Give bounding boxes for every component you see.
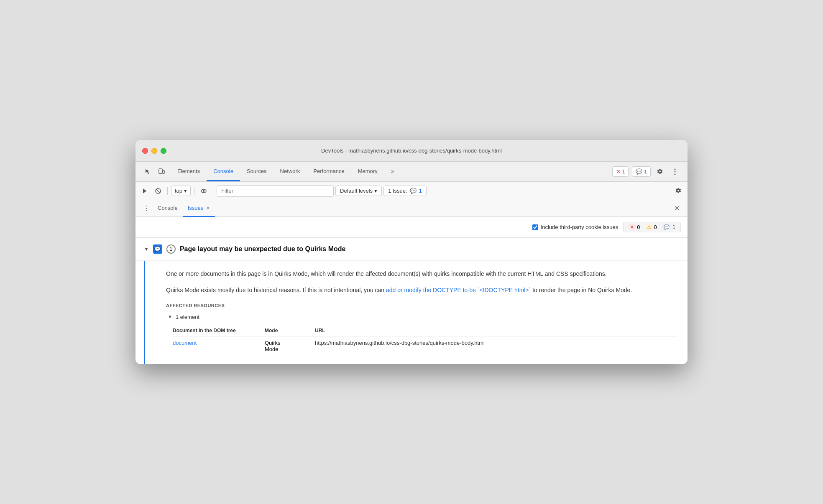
dropdown-arrow-icon: ▾ xyxy=(184,188,187,194)
clear-console-button[interactable] xyxy=(152,185,164,197)
third-party-checkbox[interactable] xyxy=(532,224,538,230)
element-count-row: ▼ 1 element xyxy=(166,312,677,323)
close-button[interactable] xyxy=(142,148,148,154)
warning-count-item: ⚠ 0 xyxy=(644,224,659,230)
panel-tab-issues[interactable]: Issues ✕ xyxy=(183,200,215,217)
info-count-value: 1 xyxy=(672,224,675,230)
svg-point-3 xyxy=(675,171,676,172)
warning-badge-icon: ⚠ xyxy=(645,224,653,230)
table-col3-value: https://mathiasbynens.github.io/css-dbg-… xyxy=(315,340,677,346)
issues-counts: ✕ 0 ⚠ 0 💬 1 xyxy=(623,222,681,232)
toolbar-separator-1 xyxy=(167,187,168,195)
issue-icon: 💬 xyxy=(410,188,417,194)
levels-dropdown[interactable]: Default levels ▾ xyxy=(335,186,382,196)
levels-arrow-icon: ▾ xyxy=(374,188,377,194)
filter-input[interactable] xyxy=(217,185,334,197)
panel-header-right: ✕ xyxy=(671,203,682,214)
error-count-item: ✕ 0 xyxy=(627,224,642,230)
warning-count-value: 0 xyxy=(654,224,657,230)
panel-tab-console[interactable]: Console xyxy=(153,200,183,217)
table-col1-header: Document in the DOM tree xyxy=(173,328,265,333)
panel-close-button[interactable]: ✕ xyxy=(671,203,682,214)
table-row: document QuirksMode Mode https://mathias… xyxy=(173,336,677,356)
window-title: DevTools - mathiasbynens.github.io/css-d… xyxy=(321,148,502,154)
svg-rect-0 xyxy=(159,169,162,173)
devtools-window: DevTools - mathiasbynens.github.io/css-d… xyxy=(135,140,688,364)
resources-table-header: Document in the DOM tree Mode URL xyxy=(173,325,677,336)
message-badge-button[interactable]: 💬 1 xyxy=(632,166,651,177)
error-count-value: 0 xyxy=(637,224,640,230)
context-selector[interactable]: top ▾ xyxy=(171,186,191,196)
table-col2-value: QuirksMode Mode xyxy=(265,340,315,352)
error-badge-button[interactable]: ✕ 1 xyxy=(612,166,629,177)
console-settings-icon[interactable] xyxy=(672,185,684,197)
execute-button[interactable] xyxy=(139,185,151,197)
tab-left-icons xyxy=(139,162,171,181)
issue-count-badge: 1 xyxy=(166,244,176,254)
tab-sources[interactable]: Sources xyxy=(240,162,273,181)
tabs-right: ✕ 1 💬 1 xyxy=(609,162,684,181)
document-link[interactable]: document xyxy=(173,340,197,346)
svg-point-2 xyxy=(675,168,676,170)
context-label: top xyxy=(175,188,182,194)
tab-elements[interactable]: Elements xyxy=(171,162,207,181)
issue-content: ▼ 💬 1 Page layout may be unexpected due … xyxy=(135,238,688,364)
maximize-button[interactable] xyxy=(161,148,166,154)
tab-more[interactable]: » xyxy=(384,162,401,181)
console-toolbar: top ▾ Default levels ▾ 1 Issue: 💬 1 xyxy=(135,182,688,200)
settings-icon[interactable] xyxy=(654,166,666,178)
issue-description-2: Quirks Mode exists mostly due to histori… xyxy=(166,285,677,295)
toolbar-separator-3 xyxy=(213,187,213,195)
tabs-bar: Elements Console Sources Network Perform… xyxy=(135,162,688,182)
panel-header: ⋮ Console Issues ✕ ✕ xyxy=(135,200,688,217)
svg-rect-1 xyxy=(163,171,164,173)
issue-badge-button[interactable]: 1 Issue: 💬 1 xyxy=(383,186,427,196)
issue-label: 1 Issue: xyxy=(388,188,407,194)
three-dots-icon[interactable]: ⋮ xyxy=(141,204,153,212)
issue-collapse-arrow-icon: ▼ xyxy=(144,246,149,252)
message-count: 1 xyxy=(644,169,647,175)
table-col3-header: URL xyxy=(315,328,677,333)
issue-description-2-link[interactable]: add or modify the DOCTYPE to be `<!DOCTY… xyxy=(386,287,531,293)
table-col1-value: document xyxy=(173,340,265,346)
svg-point-4 xyxy=(675,173,676,175)
error-badge-icon: ✕ xyxy=(629,224,636,230)
affected-resources-section: AFFECTED RESOURCES ▼ 1 element Document … xyxy=(166,303,677,356)
issues-filter-bar: Include third-party cookie issues ✕ 0 ⚠ … xyxy=(135,217,688,238)
issue-type-icon: 💬 xyxy=(153,244,162,254)
panel-tab-close-icon[interactable]: ✕ xyxy=(206,205,210,211)
info-count-item: 💬 1 xyxy=(660,224,677,230)
toolbar-separator-2 xyxy=(194,187,194,195)
tab-network[interactable]: Network xyxy=(273,162,307,181)
error-icon: ✕ xyxy=(616,168,621,175)
issue-description-1: One or more documents in this page is in… xyxy=(166,269,677,278)
levels-label: Default levels xyxy=(340,188,373,194)
issue-header-row[interactable]: ▼ 💬 1 Page layout may be unexpected due … xyxy=(135,238,688,261)
third-party-checkbox-label[interactable]: Include third-party cookie issues xyxy=(532,224,619,230)
device-icon[interactable] xyxy=(156,166,167,178)
table-col2-header: Mode xyxy=(265,328,315,333)
issue-body: One or more documents in this page is in… xyxy=(144,261,688,364)
issue-title: Page layout may be unexpected due to Qui… xyxy=(180,245,346,253)
inspect-icon[interactable] xyxy=(142,166,154,178)
affected-resources-label: AFFECTED RESOURCES xyxy=(166,303,677,308)
tab-console[interactable]: Console xyxy=(207,162,240,181)
title-bar: DevTools - mathiasbynens.github.io/css-d… xyxy=(135,140,688,162)
tab-performance[interactable]: Performance xyxy=(307,162,351,181)
toolbar-right xyxy=(672,185,684,197)
info-badge-icon: 💬 xyxy=(662,224,671,230)
svg-point-9 xyxy=(203,190,204,192)
tab-memory[interactable]: Memory xyxy=(351,162,384,181)
issue-description-2-after: to render the page in No Quirks Mode. xyxy=(531,287,632,293)
more-options-icon[interactable] xyxy=(669,166,681,178)
element-count-label: 1 element xyxy=(176,314,199,320)
issue-description-2-before: Quirks Mode exists mostly due to histori… xyxy=(166,287,386,293)
eye-icon[interactable] xyxy=(198,185,210,197)
error-count: 1 xyxy=(622,169,625,175)
third-party-label: Include third-party cookie issues xyxy=(541,224,619,230)
element-arrow-icon: ▼ xyxy=(168,314,172,319)
minimize-button[interactable] xyxy=(151,148,157,154)
message-icon: 💬 xyxy=(636,168,642,175)
svg-marker-5 xyxy=(143,188,146,193)
svg-line-7 xyxy=(156,189,160,193)
